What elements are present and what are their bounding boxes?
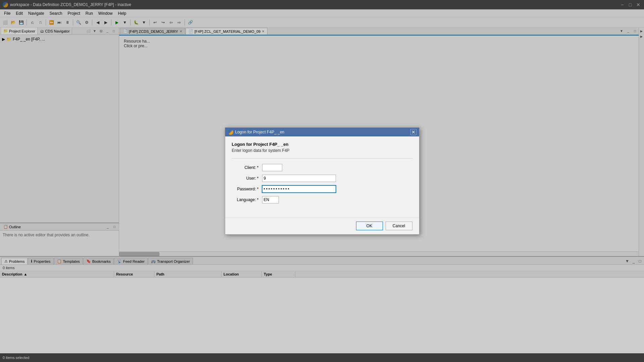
client-label: Client: * — [232, 165, 262, 170]
language-label: Language: * — [232, 197, 262, 202]
user-field-row: User: * — [232, 175, 412, 182]
ok-button[interactable]: OK — [356, 222, 383, 230]
dialog-eclipse-icon — [228, 129, 233, 135]
client-input[interactable] — [262, 164, 282, 171]
client-field-row: Client: * — [232, 164, 412, 171]
user-input[interactable] — [262, 175, 336, 182]
dialog-title-left: Logon for Project F4P_ _en — [228, 129, 285, 135]
dialog-close-button[interactable]: ✕ — [410, 129, 416, 135]
password-field-row: Password: * — [232, 185, 412, 193]
dialog-separator — [232, 158, 412, 159]
language-field-row: Language: * — [232, 196, 412, 203]
modal-overlay: Logon for Project F4P_ _en ✕ Logon for P… — [0, 0, 644, 362]
dialog-heading: Logon for Project F4P_ _en — [232, 142, 412, 147]
password-label: Password: * — [232, 187, 262, 191]
dialog-subtitle: Enter logon data for system F4P — [232, 148, 412, 153]
dialog-title-bar: Logon for Project F4P_ _en ✕ — [225, 128, 419, 136]
user-label: User: * — [232, 176, 262, 181]
app: workspace - Data Definition ZCDS_DEMO1_J… — [0, 0, 644, 362]
password-input[interactable] — [262, 185, 336, 193]
dialog-body: Logon for Project F4P_ _en Enter logon d… — [225, 136, 419, 217]
dialog-title-text: Logon for Project F4P_ _en — [235, 130, 285, 134]
cancel-button[interactable]: Cancel — [386, 222, 412, 230]
language-input[interactable] — [262, 196, 279, 203]
logon-dialog: Logon for Project F4P_ _en ✕ Logon for P… — [225, 127, 419, 235]
dialog-buttons: OK Cancel — [225, 217, 419, 234]
